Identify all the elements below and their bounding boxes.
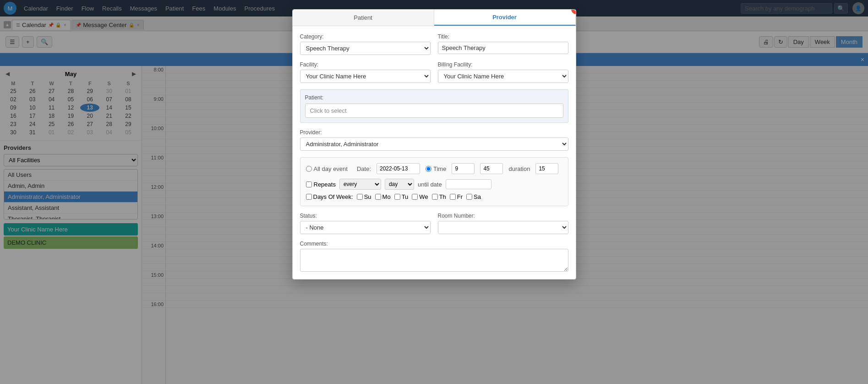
dow-su[interactable]: Su bbox=[357, 193, 371, 200]
repeats-checkbox[interactable] bbox=[306, 181, 312, 187]
patient-select-button[interactable]: Click to select bbox=[305, 104, 563, 118]
date-input[interactable] bbox=[377, 163, 420, 174]
room-select[interactable] bbox=[438, 221, 568, 234]
dow-we[interactable]: We bbox=[412, 193, 428, 200]
room-label: Room Number: bbox=[438, 213, 568, 219]
time-radio[interactable] bbox=[426, 166, 431, 172]
until-date-input[interactable] bbox=[446, 179, 491, 189]
status-group: Status: - None Active Cancelled No Show bbox=[300, 213, 431, 234]
dow-label[interactable]: Days Of Week: bbox=[306, 193, 353, 200]
comments-textarea[interactable] bbox=[300, 249, 568, 272]
repeat-every-select[interactable]: every every other bbox=[339, 179, 381, 190]
comments-label: Comments: bbox=[300, 241, 568, 247]
patient-section: Patient: Click to select bbox=[300, 89, 568, 123]
provider-group: Provider: Administrator, Administrator A… bbox=[300, 129, 568, 151]
repeats-label[interactable]: Repeats bbox=[306, 181, 336, 188]
dow-sa[interactable]: Sa bbox=[466, 193, 481, 200]
dow-th[interactable]: Th bbox=[432, 193, 446, 200]
provider-select[interactable]: Administrator, Administrator Admin, Admi… bbox=[300, 137, 568, 151]
status-room-row: Status: - None Active Cancelled No Show … bbox=[300, 213, 568, 234]
date-label: Date: bbox=[357, 165, 371, 172]
category-group: Category: Speech Therapy Occupational Th… bbox=[300, 33, 431, 55]
repeat-unit-select[interactable]: day week month bbox=[385, 179, 414, 190]
modal-overlay: × Patient Provider Category: Speech Ther… bbox=[0, 0, 868, 384]
comments-group: Comments: bbox=[300, 241, 568, 272]
days-of-week-row: Days Of Week: Su Mo Tu We Th Fr Sa bbox=[306, 193, 562, 200]
modal-tab-patient[interactable]: Patient bbox=[293, 10, 434, 26]
modal-body: Category: Speech Therapy Occupational Th… bbox=[293, 26, 576, 279]
datetime-section: All day event Date: Time duration bbox=[300, 157, 568, 206]
facility-row: Facility: Your Clinic Name Here DEMO CLI… bbox=[300, 61, 568, 83]
title-label: Title: bbox=[438, 33, 568, 40]
dow-mo[interactable]: Mo bbox=[375, 193, 391, 200]
facility-group: Facility: Your Clinic Name Here DEMO CLI… bbox=[300, 61, 431, 83]
dow-checkbox[interactable] bbox=[306, 194, 312, 200]
provider-label: Provider: bbox=[300, 129, 568, 136]
billing-facility-label: Billing Facility: bbox=[438, 61, 568, 68]
duration-label: duration bbox=[508, 165, 530, 172]
status-label: Status: bbox=[300, 213, 431, 219]
repeats-row: Repeats every every other day week month… bbox=[306, 179, 562, 190]
allday-radio[interactable] bbox=[306, 166, 312, 172]
dow-fr[interactable]: Fr bbox=[450, 193, 463, 200]
room-group: Room Number: bbox=[438, 213, 568, 234]
title-input[interactable] bbox=[438, 42, 568, 54]
appointment-modal: × Patient Provider Category: Speech Ther… bbox=[292, 9, 576, 280]
billing-facility-group: Billing Facility: Your Clinic Name Here … bbox=[438, 61, 568, 83]
category-title-row: Category: Speech Therapy Occupational Th… bbox=[300, 33, 568, 55]
provider-row: Provider: Administrator, Administrator A… bbox=[300, 129, 568, 151]
status-select[interactable]: - None Active Cancelled No Show bbox=[300, 221, 431, 234]
time-hour-input[interactable] bbox=[452, 163, 475, 174]
time-min-input[interactable] bbox=[480, 163, 503, 174]
duration-input[interactable] bbox=[535, 163, 558, 174]
time-label[interactable]: Time bbox=[426, 165, 446, 172]
dow-tu[interactable]: Tu bbox=[394, 193, 409, 200]
category-select[interactable]: Speech Therapy Occupational Therapy Phys… bbox=[300, 42, 431, 55]
facility-select[interactable]: Your Clinic Name Here DEMO CLINIC bbox=[300, 70, 431, 83]
until-date-label: until date bbox=[418, 181, 442, 188]
allday-date-row: All day event Date: Time duration bbox=[306, 163, 562, 174]
modal-tab-provider[interactable]: Provider bbox=[434, 10, 576, 26]
modal-tab-bar: Patient Provider bbox=[293, 10, 576, 26]
category-label: Category: bbox=[300, 33, 431, 40]
title-group: Title: bbox=[438, 33, 568, 55]
facility-label: Facility: bbox=[300, 61, 431, 68]
billing-facility-select[interactable]: Your Clinic Name Here DEMO CLINIC bbox=[438, 70, 568, 83]
patient-label: Patient: bbox=[305, 94, 563, 101]
allday-label[interactable]: All day event bbox=[306, 165, 348, 172]
